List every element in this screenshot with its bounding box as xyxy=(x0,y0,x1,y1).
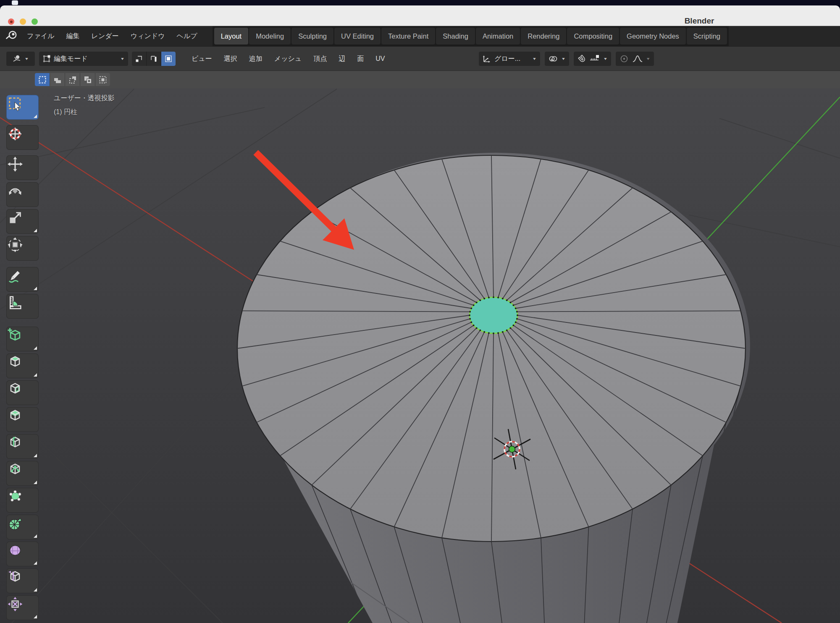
viewport-canvas[interactable] xyxy=(0,88,840,623)
mode-label: 編集モード xyxy=(54,55,117,63)
tab-scripting[interactable]: Scripting xyxy=(687,28,727,44)
tool-loop-cut-button[interactable] xyxy=(7,435,38,458)
select-option-subtract-button[interactable] xyxy=(65,73,80,86)
select-option-extend-button[interactable] xyxy=(50,73,65,86)
tab-geometry-nodes[interactable]: Geometry Nodes xyxy=(620,28,686,44)
tool-cursor-button[interactable] xyxy=(7,126,38,149)
submenu-indicator xyxy=(34,481,37,484)
app-menu-4[interactable]: ヘルプ xyxy=(171,26,203,46)
submenu-indicator xyxy=(34,229,37,232)
proportional-editing-icon xyxy=(619,54,629,63)
tool-measure-button[interactable] xyxy=(7,294,38,318)
app-menu-0[interactable]: ファイル xyxy=(21,26,60,46)
close-button[interactable] xyxy=(8,18,14,25)
menu-2[interactable]: 追加 xyxy=(243,47,268,71)
vertex-select-button[interactable] xyxy=(132,52,147,66)
tool-move-button[interactable] xyxy=(7,156,38,180)
snap-button[interactable]: ▼ xyxy=(574,52,611,66)
tool-inset-faces-button[interactable] xyxy=(7,381,38,405)
edge-select-button[interactable] xyxy=(147,52,161,66)
tab-shading[interactable]: Shading xyxy=(436,28,475,44)
spin-icon xyxy=(7,515,24,532)
menu-1[interactable]: 選択 xyxy=(218,47,243,71)
measure-icon xyxy=(7,294,24,311)
tool-edge-slide-button[interactable] xyxy=(7,569,38,593)
tool-smooth-button[interactable] xyxy=(7,542,38,566)
edge-slide-icon xyxy=(7,569,24,586)
select-option-set-icon xyxy=(38,75,47,84)
tool-bevel-button[interactable] xyxy=(7,408,38,432)
object-origin-dot xyxy=(509,446,515,453)
tool-annotate-button[interactable] xyxy=(7,267,38,291)
extrude-region-icon xyxy=(7,354,24,371)
tool-settings-bar xyxy=(0,71,840,88)
tool-transform-button[interactable] xyxy=(7,236,38,260)
tool-rotate-button[interactable] xyxy=(7,183,38,207)
transform-icon xyxy=(7,236,24,253)
chevron-down-icon: ▼ xyxy=(603,57,608,61)
menubar-fragment-icon xyxy=(12,0,18,5)
tab-uv-editing[interactable]: UV Editing xyxy=(334,28,381,44)
tab-compositing[interactable]: Compositing xyxy=(567,28,619,44)
tool-spin-button[interactable] xyxy=(7,515,38,539)
select-option-invert-button[interactable] xyxy=(80,73,95,86)
menu-0[interactable]: ビュー xyxy=(186,47,218,71)
blender-menubar: ファイル編集レンダーウィンドウヘルプ LayoutModelingSculpti… xyxy=(0,26,840,46)
app-menu-1[interactable]: 編集 xyxy=(60,26,86,46)
menu-4[interactable]: 頂点 xyxy=(307,47,333,71)
menu-7[interactable]: UV xyxy=(370,47,391,71)
mode-selector[interactable]: 編集モード ▼ xyxy=(39,52,128,66)
3d-viewport[interactable]: ユーザー・透視投影 (1) 円柱 xyxy=(0,88,840,623)
orientation-label: グロー... xyxy=(494,55,529,63)
menu-5[interactable]: 辺 xyxy=(333,47,351,71)
tool-select-box-button[interactable] xyxy=(7,95,38,119)
face-select-button[interactable] xyxy=(161,52,176,66)
snap-magnet-icon xyxy=(577,54,586,63)
snap-increment-icon xyxy=(589,54,600,63)
submenu-indicator xyxy=(34,454,37,457)
menu-6[interactable]: 面 xyxy=(351,47,370,71)
blender-logo-icon[interactable] xyxy=(6,30,18,42)
3d-viewport-editor-icon xyxy=(12,55,21,63)
edge-select-icon xyxy=(150,55,158,63)
menu-3[interactable]: メッシュ xyxy=(268,47,308,71)
smooth-icon xyxy=(7,542,24,559)
select-option-set-button[interactable] xyxy=(35,73,50,86)
editor-type-button[interactable]: ▼ xyxy=(6,52,35,66)
viewport-header: ▼ 編集モード ▼ ビュー選択追加メッシュ頂点辺面UV xyxy=(0,46,840,71)
tab-modeling[interactable]: Modeling xyxy=(249,28,291,44)
transform-orientation-button[interactable]: グロー... ▼ xyxy=(479,52,540,66)
active-object-label: (1) 円柱 xyxy=(54,108,77,117)
bevel-icon xyxy=(7,408,24,424)
add-cube-icon xyxy=(7,327,24,344)
app-menu-3[interactable]: ウィンドウ xyxy=(125,26,171,46)
scale-icon xyxy=(7,209,24,226)
proportional-editing-button[interactable]: ▼ xyxy=(616,52,654,66)
tab-animation[interactable]: Animation xyxy=(476,28,520,44)
tool-poly-build-button[interactable] xyxy=(7,488,38,512)
desktop-strip xyxy=(0,0,840,5)
pivot-point-button[interactable]: ▼ xyxy=(545,52,569,66)
select-option-intersect-button[interactable] xyxy=(95,73,110,86)
zoom-button[interactable] xyxy=(32,18,38,25)
submenu-indicator xyxy=(34,373,37,377)
submenu-indicator xyxy=(34,287,37,290)
tool-extrude-region-button[interactable] xyxy=(7,354,38,378)
tab-layout[interactable]: Layout xyxy=(214,28,249,44)
tab-rendering[interactable]: Rendering xyxy=(521,28,566,44)
minimize-button[interactable] xyxy=(20,18,26,25)
select-box-icon xyxy=(7,95,24,112)
tool-add-cube-button[interactable] xyxy=(7,327,38,351)
tool-shrink-fatten-button[interactable] xyxy=(7,596,38,620)
select-option-intersect-icon xyxy=(98,75,108,84)
submenu-indicator xyxy=(34,346,37,350)
app-menu-2[interactable]: レンダー xyxy=(86,26,125,46)
tool-scale-button[interactable] xyxy=(7,209,38,233)
tab-texture-paint[interactable]: Texture Paint xyxy=(381,28,435,44)
face-select-icon xyxy=(164,55,173,63)
tool-knife-button[interactable] xyxy=(7,461,38,485)
tab-sculpting[interactable]: Sculpting xyxy=(291,28,333,44)
view-mode-label: ユーザー・透視投影 xyxy=(54,94,115,103)
toolbar xyxy=(7,95,38,623)
pivot-point-icon xyxy=(548,54,558,63)
